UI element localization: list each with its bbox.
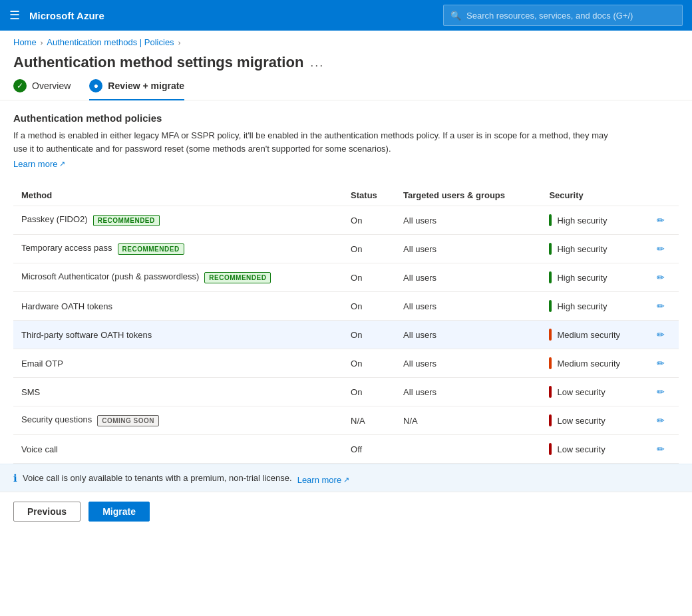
method-cell: Security questionsCOMING SOON <box>13 406 343 435</box>
users-cell: All users <box>395 378 541 406</box>
edit-icon[interactable]: ✏ <box>657 415 665 426</box>
status-cell: Off <box>343 435 395 464</box>
info-icon: ℹ <box>13 472 17 484</box>
external-link-icon: ↗ <box>59 160 65 168</box>
security-bar <box>549 214 552 226</box>
method-name: Hardware OATH tokens <box>21 301 112 311</box>
edit-icon[interactable]: ✏ <box>657 243 665 254</box>
edit-icon[interactable]: ✏ <box>657 386 665 397</box>
page-header: Authentication method settings migration… <box>0 50 692 79</box>
edit-cell[interactable]: ✏ <box>649 435 679 464</box>
learn-more-link[interactable]: Learn more ↗ <box>13 159 65 169</box>
edit-icon[interactable]: ✏ <box>657 358 665 369</box>
security-bar <box>549 443 552 455</box>
tab-overview[interactable]: ✓ Overview <box>13 79 71 100</box>
status-value: On <box>351 301 362 311</box>
tab-review-indicator: ● <box>89 79 102 92</box>
security-label: Low security <box>557 444 605 454</box>
methods-table: Method Status Targeted users & groups Se… <box>13 185 679 464</box>
method-name: Third-party software OATH tokens <box>21 330 152 340</box>
table-row: Passkey (FIDO2)RECOMMENDEDOnAll users Hi… <box>13 206 679 235</box>
breadcrumb-home[interactable]: Home <box>13 37 37 47</box>
learn-more-text: Learn more <box>13 159 57 169</box>
top-navigation: ☰ Microsoft Azure 🔍 <box>0 0 692 31</box>
security-cell: High security <box>541 292 649 321</box>
method-cell: Microsoft Authenticator (push & password… <box>13 263 343 292</box>
security-cell: Low security <box>541 406 649 435</box>
users-cell: All users <box>395 206 541 235</box>
tab-review-label: Review + migrate <box>108 80 184 91</box>
method-name: Voice call <box>21 444 58 454</box>
breadcrumb-parent[interactable]: Authentication methods | Policies <box>47 37 174 47</box>
global-search-box[interactable]: 🔍 <box>443 5 683 26</box>
method-name: Microsoft Authenticator (push & password… <box>21 271 199 281</box>
edit-cell[interactable]: ✏ <box>649 292 679 321</box>
security-bar <box>549 357 552 369</box>
col-header-actions <box>649 185 679 206</box>
security-bar <box>549 271 552 283</box>
more-options-icon[interactable]: ... <box>310 56 324 70</box>
edit-icon[interactable]: ✏ <box>657 215 665 226</box>
status-cell: On <box>343 235 395 263</box>
users-cell: All users <box>395 349 541 378</box>
search-input[interactable] <box>466 11 675 21</box>
info-learn-more-text: Learn more <box>297 475 341 485</box>
edit-cell[interactable]: ✏ <box>649 263 679 292</box>
table-row: SMSOnAll users Low security ✏ <box>13 378 679 406</box>
security-cell: Low security <box>541 435 649 464</box>
edit-cell[interactable]: ✏ <box>649 378 679 406</box>
users-value: All users <box>403 330 436 340</box>
users-cell: N/A <box>395 406 541 435</box>
users-value: All users <box>403 301 436 311</box>
security-cell: High security <box>541 206 649 235</box>
method-badge: COMING SOON <box>97 415 159 426</box>
edit-icon[interactable]: ✏ <box>657 301 665 311</box>
edit-cell[interactable]: ✏ <box>649 406 679 435</box>
users-value: All users <box>403 359 436 369</box>
edit-cell[interactable]: ✏ <box>649 235 679 263</box>
previous-button[interactable]: Previous <box>13 502 81 522</box>
security-cell: Medium security <box>541 321 649 349</box>
edit-cell[interactable]: ✏ <box>649 206 679 235</box>
edit-cell[interactable]: ✏ <box>649 349 679 378</box>
status-value: On <box>351 330 362 340</box>
edit-icon[interactable]: ✏ <box>657 329 665 340</box>
status-value: N/A <box>351 416 365 426</box>
status-value: On <box>351 244 362 254</box>
menu-icon[interactable]: ☰ <box>9 8 20 23</box>
page-title: Authentication method settings migration <box>13 54 303 71</box>
table-row: Third-party software OATH tokensOnAll us… <box>13 321 679 349</box>
col-header-users: Targeted users & groups <box>395 185 541 206</box>
status-cell: On <box>343 321 395 349</box>
security-label: Low security <box>557 416 605 426</box>
method-cell: Hardware OATH tokens <box>13 292 343 321</box>
breadcrumb-sep-2: › <box>178 39 181 47</box>
status-cell: On <box>343 292 395 321</box>
migrate-button[interactable]: Migrate <box>88 502 150 522</box>
users-cell: All users <box>395 235 541 263</box>
status-cell: On <box>343 263 395 292</box>
table-row: Security questionsCOMING SOONN/AN/A Low … <box>13 406 679 435</box>
col-header-security: Security <box>541 185 649 206</box>
section-description: If a method is enabled in either legacy … <box>13 129 612 155</box>
method-cell: Email OTP <box>13 349 343 378</box>
method-name: SMS <box>21 387 40 397</box>
security-label: High security <box>557 301 607 311</box>
edit-icon[interactable]: ✏ <box>657 444 665 454</box>
security-cell: High security <box>541 235 649 263</box>
users-value: All users <box>403 273 436 283</box>
tab-bar: ✓ Overview ● Review + migrate <box>0 79 692 100</box>
security-label: High security <box>557 273 607 283</box>
security-cell: Medium security <box>541 349 649 378</box>
security-cell: Low security <box>541 378 649 406</box>
edit-icon[interactable]: ✏ <box>657 272 665 283</box>
method-cell: Voice call <box>13 435 343 464</box>
method-name: Temporary access pass <box>21 243 112 253</box>
users-value: All users <box>403 216 436 226</box>
edit-cell[interactable]: ✏ <box>649 321 679 349</box>
method-name: Passkey (FIDO2) <box>21 214 88 224</box>
tab-review-migrate[interactable]: ● Review + migrate <box>89 79 184 100</box>
status-value: On <box>351 216 362 226</box>
status-cell: On <box>343 349 395 378</box>
info-learn-more-link[interactable]: Learn more ↗ <box>297 475 349 485</box>
